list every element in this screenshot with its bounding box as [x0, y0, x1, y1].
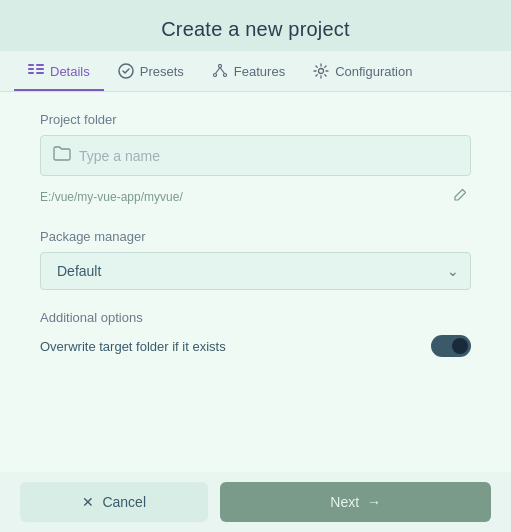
overwrite-toggle[interactable]: [431, 335, 471, 357]
additional-options-group: Additional options Overwrite target fold…: [40, 310, 471, 357]
project-path: E:/vue/my-vue-app/myvue/: [40, 190, 183, 204]
page-header: Create a new project: [0, 0, 511, 51]
svg-line-11: [220, 68, 225, 74]
project-folder-input[interactable]: [79, 148, 458, 164]
svg-rect-3: [36, 64, 44, 66]
next-button[interactable]: Next →: [220, 482, 491, 522]
package-manager-label: Package manager: [40, 229, 471, 244]
svg-rect-0: [28, 64, 34, 66]
overwrite-label: Overwrite target folder if it exists: [40, 339, 226, 354]
tab-features[interactable]: Features: [198, 52, 299, 91]
arrow-right-icon: →: [367, 494, 381, 510]
package-manager-select[interactable]: Default npm yarn pnpm: [40, 252, 471, 290]
additional-options-label: Additional options: [40, 310, 471, 325]
svg-point-8: [213, 74, 216, 77]
tab-presets-label: Presets: [140, 64, 184, 79]
x-icon: ✕: [82, 494, 94, 510]
folder-input-wrapper: [40, 135, 471, 176]
next-label: Next: [330, 494, 359, 510]
tab-details-label: Details: [50, 64, 90, 79]
overwrite-option-row: Overwrite target folder if it exists: [40, 335, 471, 357]
tab-presets[interactable]: Presets: [104, 51, 198, 91]
svg-point-9: [223, 74, 226, 77]
svg-point-12: [319, 69, 324, 74]
tab-configuration[interactable]: Configuration: [299, 51, 426, 91]
cancel-label: Cancel: [102, 494, 146, 510]
tab-bar: Details Presets Features: [0, 51, 511, 92]
svg-rect-1: [28, 68, 34, 70]
svg-rect-2: [28, 72, 34, 74]
folder-icon: [53, 146, 71, 165]
tab-configuration-label: Configuration: [335, 64, 412, 79]
check-circle-icon: [118, 63, 134, 79]
tab-features-label: Features: [234, 64, 285, 79]
page-title: Create a new project: [20, 18, 491, 41]
svg-rect-5: [36, 72, 44, 74]
gear-icon: [313, 63, 329, 79]
footer: ✕ Cancel Next →: [0, 472, 511, 532]
main-content: Project folder E:/vue/my-vue-app/myvue/ …: [0, 92, 511, 472]
tab-details[interactable]: Details: [14, 52, 104, 91]
path-row: E:/vue/my-vue-app/myvue/: [40, 184, 471, 209]
package-manager-group: Package manager Default npm yarn pnpm ⌄: [40, 229, 471, 290]
package-manager-select-wrapper: Default npm yarn pnpm ⌄: [40, 252, 471, 290]
edit-path-button[interactable]: [449, 184, 471, 209]
network-icon: [212, 64, 228, 78]
svg-rect-4: [36, 68, 44, 70]
project-folder-group: Project folder E:/vue/my-vue-app/myvue/: [40, 112, 471, 209]
menu-icon: [28, 64, 44, 78]
svg-line-10: [215, 68, 220, 74]
cancel-button[interactable]: ✕ Cancel: [20, 482, 208, 522]
toggle-knob: [452, 338, 468, 354]
svg-point-7: [218, 65, 221, 68]
project-folder-label: Project folder: [40, 112, 471, 127]
